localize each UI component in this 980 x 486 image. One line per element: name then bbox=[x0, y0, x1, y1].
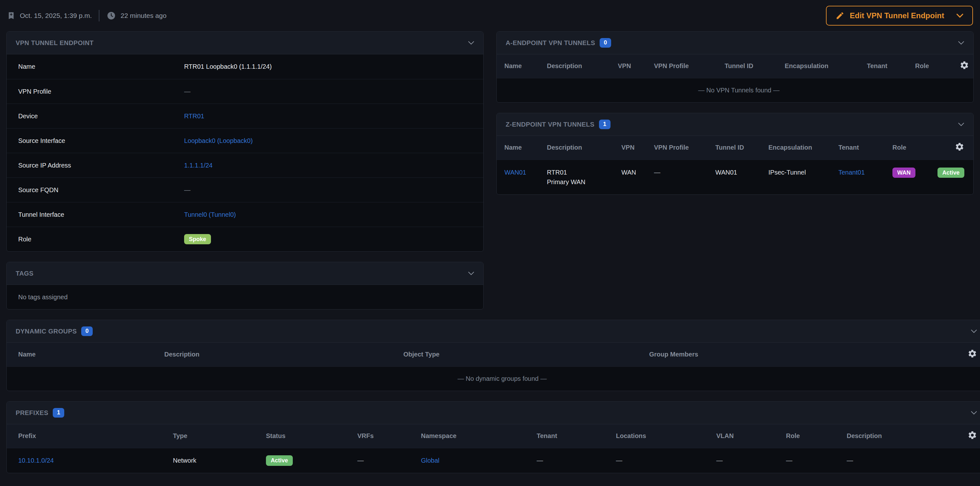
count-badge: 0 bbox=[600, 38, 611, 47]
source-ip-link[interactable]: 1.1.1.1/24 bbox=[184, 162, 213, 169]
field-label: Name bbox=[18, 63, 184, 70]
prefix-vrfs: — bbox=[357, 448, 421, 473]
field-label: Role bbox=[18, 236, 184, 243]
bookmark-plus-icon[interactable] bbox=[7, 11, 15, 21]
column-header-role[interactable]: Role bbox=[915, 54, 959, 78]
tunnel-status-badge[interactable]: Active bbox=[937, 167, 964, 178]
object-meta: Oct. 15, 2025, 1:39 p.m. 22 minutes ago bbox=[7, 10, 167, 21]
prefix-status-badge[interactable]: Active bbox=[266, 455, 293, 466]
column-header-name[interactable]: Name bbox=[497, 136, 547, 159]
detail-row-role: Role Spoke bbox=[7, 227, 483, 251]
panel-title: PREFIXES bbox=[16, 409, 48, 417]
table-config-header bbox=[945, 424, 980, 448]
count-badge: 1 bbox=[53, 408, 64, 417]
column-header-encapsulation[interactable]: Encapsulation bbox=[785, 54, 867, 78]
prefix-tenant: — bbox=[537, 448, 616, 473]
panel-title: VPN TUNNEL ENDPOINT bbox=[16, 39, 94, 47]
column-header-prefix[interactable]: Prefix bbox=[7, 424, 173, 448]
detail-row-source-fqdn: Source FQDN — bbox=[7, 177, 483, 202]
column-header-vrfs[interactable]: VRFs bbox=[357, 424, 421, 448]
column-header-description[interactable]: Description bbox=[547, 136, 621, 159]
column-header-name[interactable]: Name bbox=[7, 343, 164, 366]
gear-icon[interactable] bbox=[967, 430, 977, 440]
panel-header: PREFIXES 1 bbox=[7, 402, 980, 424]
empty-row: — No VPN Tunnels found — bbox=[497, 78, 973, 102]
vpn-tunnel-row: WAN01 RTR01 Primary WAN WAN — WAN01 IPse… bbox=[497, 159, 973, 194]
field-label: Device bbox=[18, 113, 184, 120]
field-label: Tunnel Interface bbox=[18, 211, 184, 218]
edit-button-label: Edit VPN Tunnel Endpoint bbox=[850, 11, 944, 20]
column-header-vlan[interactable]: VLAN bbox=[716, 424, 786, 448]
column-header-tunnel-id[interactable]: Tunnel ID bbox=[715, 136, 768, 159]
table-config-header bbox=[935, 136, 973, 159]
field-value: — bbox=[184, 186, 191, 194]
column-header-tenant[interactable]: Tenant bbox=[838, 136, 892, 159]
left-column: VPN TUNNEL ENDPOINT Name RTR01 Loopback0… bbox=[6, 31, 484, 309]
divider bbox=[99, 10, 99, 21]
prefix-row: 10.10.1.0/24 Network Active — Global — —… bbox=[7, 448, 980, 473]
dynamic-groups-table: Name Description Object Type Group Membe… bbox=[7, 343, 980, 391]
gear-icon[interactable] bbox=[959, 61, 969, 70]
collapse-chevron-icon[interactable] bbox=[468, 41, 474, 45]
tunnel-role-badge[interactable]: WAN bbox=[892, 167, 915, 178]
collapse-chevron-icon[interactable] bbox=[958, 41, 964, 45]
namespace-link[interactable]: Global bbox=[421, 457, 439, 464]
tunnel-encapsulation: IPsec-Tunnel bbox=[768, 159, 838, 194]
gear-icon[interactable] bbox=[967, 349, 977, 359]
device-link[interactable]: RTR01 bbox=[184, 113, 204, 120]
column-header-vpn-profile[interactable]: VPN Profile bbox=[654, 136, 715, 159]
vpn-tunnel-endpoint-panel: VPN TUNNEL ENDPOINT Name RTR01 Loopback0… bbox=[6, 31, 484, 252]
panel-title: DYNAMIC GROUPS bbox=[16, 328, 77, 335]
panel-header: TAGS bbox=[7, 262, 483, 285]
prefixes-panel: PREFIXES 1 Prefix Type Status VRFs Names… bbox=[6, 401, 980, 473]
tunnel-description: RTR01 Primary WAN bbox=[547, 159, 621, 194]
column-header-encapsulation[interactable]: Encapsulation bbox=[768, 136, 838, 159]
prefix-link[interactable]: 10.10.1.0/24 bbox=[18, 457, 54, 464]
column-header-description[interactable]: Description bbox=[547, 54, 618, 78]
dynamic-groups-panel: DYNAMIC GROUPS 0 Name Description Object… bbox=[6, 320, 980, 391]
tunnel-name-link[interactable]: WAN01 bbox=[504, 169, 526, 176]
source-interface-link[interactable]: Loopback0 (Loopback0) bbox=[184, 137, 253, 145]
column-header-vpn[interactable]: VPN bbox=[621, 136, 654, 159]
prefix-locations: — bbox=[616, 448, 716, 473]
z-endpoint-vpn-tunnels-panel: Z-ENDPOINT VPN TUNNELS 1 Name Descriptio… bbox=[496, 113, 974, 195]
column-header-description[interactable]: Description bbox=[164, 343, 403, 366]
column-header-vpn[interactable]: VPN bbox=[618, 54, 654, 78]
gear-icon[interactable] bbox=[955, 142, 964, 151]
column-header-locations[interactable]: Locations bbox=[616, 424, 716, 448]
collapse-chevron-icon[interactable] bbox=[971, 411, 977, 415]
panel-header: Z-ENDPOINT VPN TUNNELS 1 bbox=[497, 113, 973, 136]
panel-header: A-ENDPOINT VPN TUNNELS 0 bbox=[497, 32, 973, 54]
column-header-object-type[interactable]: Object Type bbox=[403, 343, 649, 366]
edit-vpn-tunnel-endpoint-button[interactable]: Edit VPN Tunnel Endpoint bbox=[826, 6, 973, 25]
collapse-chevron-icon[interactable] bbox=[971, 329, 977, 333]
table-config-header bbox=[945, 343, 980, 366]
empty-row: — No dynamic groups found — bbox=[7, 366, 980, 391]
detail-row-name: Name RTR01 Loopback0 (1.1.1.1/24) bbox=[7, 54, 483, 79]
a-endpoint-vpn-tunnels-panel: A-ENDPOINT VPN TUNNELS 0 Name Descriptio… bbox=[496, 31, 974, 103]
collapse-chevron-icon[interactable] bbox=[468, 271, 474, 275]
tags-empty-text: No tags assigned bbox=[7, 285, 483, 309]
tunnel-interface-link[interactable]: Tunnel0 (Tunnel0) bbox=[184, 211, 236, 218]
tunnel-vpn: WAN bbox=[621, 159, 654, 194]
column-header-role[interactable]: Role bbox=[786, 424, 847, 448]
prefix-role: — bbox=[786, 448, 847, 473]
column-header-tenant[interactable]: Tenant bbox=[537, 424, 616, 448]
column-header-namespace[interactable]: Namespace bbox=[421, 424, 537, 448]
column-header-tunnel-id[interactable]: Tunnel ID bbox=[725, 54, 785, 78]
column-header-name[interactable]: Name bbox=[497, 54, 547, 78]
column-header-group-members[interactable]: Group Members bbox=[649, 343, 945, 366]
collapse-chevron-icon[interactable] bbox=[958, 123, 964, 126]
column-header-type[interactable]: Type bbox=[173, 424, 266, 448]
column-header-tenant[interactable]: Tenant bbox=[867, 54, 915, 78]
table-header-row: Name Description VPN VPN Profile Tunnel … bbox=[497, 136, 973, 159]
column-header-description[interactable]: Description bbox=[847, 424, 945, 448]
column-header-status[interactable]: Status bbox=[266, 424, 357, 448]
column-header-role[interactable]: Role bbox=[892, 136, 935, 159]
role-badge[interactable]: Spoke bbox=[184, 234, 211, 245]
created-timestamp: Oct. 15, 2025, 1:39 p.m. bbox=[20, 12, 92, 19]
tenant-link[interactable]: Tenant01 bbox=[838, 169, 865, 176]
field-label: Source FQDN bbox=[18, 186, 184, 194]
column-header-vpn-profile[interactable]: VPN Profile bbox=[654, 54, 725, 78]
detail-row-device: Device RTR01 bbox=[7, 104, 483, 128]
